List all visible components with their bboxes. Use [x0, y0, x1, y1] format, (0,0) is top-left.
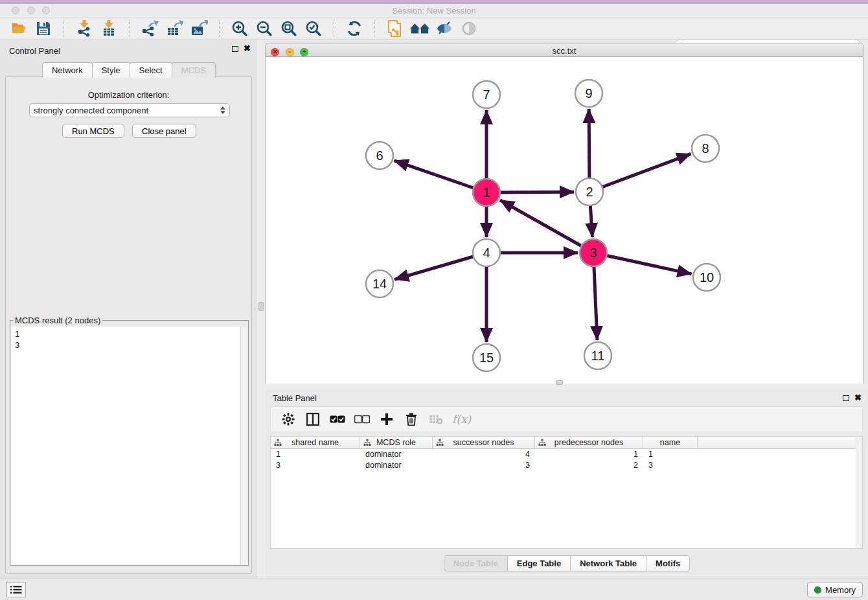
column-header-MCDS-role[interactable]: MCDS role	[360, 437, 433, 448]
network-window-titlebar[interactable]: ✕ − + scc.txt	[265, 43, 863, 57]
node-11[interactable]: 11	[584, 342, 611, 369]
column-header-shared-name[interactable]: shared name	[271, 437, 360, 448]
zoom-fit-icon[interactable]	[279, 19, 299, 38]
table-options-icon[interactable]	[279, 410, 298, 428]
clone-network-icon[interactable]	[385, 19, 405, 38]
network-window-title: scc.txt	[266, 46, 863, 56]
tab-edge-table[interactable]: Edge Table	[507, 555, 571, 571]
mcds-result-textarea[interactable]: 13	[11, 327, 247, 564]
column-header-label: name	[660, 438, 680, 447]
close-panel-icon[interactable]: ✖	[244, 45, 251, 52]
vertical-splitter[interactable]	[257, 40, 265, 579]
select-all-checks-icon[interactable]	[328, 410, 347, 428]
table-row[interactable]: 3dominator323	[271, 460, 862, 471]
cell-name[interactable]: 3	[643, 461, 698, 470]
cell-shared-name[interactable]: 3	[271, 461, 360, 470]
mcds-result-scrollbar[interactable]	[240, 327, 247, 564]
node-label: 2	[586, 185, 593, 199]
network-graph[interactable]: 7968124314101511	[266, 57, 864, 384]
table-row[interactable]: 1dominator411	[271, 449, 862, 460]
table-panel-title: Table Panel	[273, 393, 317, 403]
optimization-criterion-select[interactable]: strongly connected component	[29, 103, 230, 117]
node-7[interactable]: 7	[473, 81, 500, 108]
column-header-successor-nodes[interactable]: successor nodes	[433, 437, 535, 448]
export-table-icon[interactable]	[164, 19, 185, 38]
node-2[interactable]: 2	[576, 178, 603, 205]
home-views-icon[interactable]	[409, 19, 430, 38]
close-panel-button[interactable]: Close panel	[132, 124, 196, 138]
network-view-canvas[interactable]: 7968124314101511	[265, 57, 863, 384]
apply-layout-icon[interactable]	[344, 19, 365, 38]
toolbar-separator	[374, 20, 375, 37]
node-label: 3	[589, 246, 597, 260]
cell-successor-nodes[interactable]: 4	[433, 450, 535, 459]
zoom-out-icon[interactable]	[254, 19, 275, 38]
edge-1-6[interactable]	[394, 161, 486, 192]
node-9[interactable]: 9	[575, 80, 602, 107]
cell-MCDS-role[interactable]: dominator	[360, 461, 433, 470]
function-builder-icon[interactable]: f(x)	[452, 413, 471, 426]
horizontal-splitter[interactable]	[265, 384, 868, 389]
cell-successor-nodes[interactable]: 3	[433, 461, 535, 470]
cell-shared-name[interactable]: 1	[271, 450, 360, 459]
node-15[interactable]: 15	[473, 344, 500, 371]
node-1[interactable]: 1	[473, 179, 500, 206]
table-panel-tabs: Node TableEdge TableNetwork TableMotifs	[265, 555, 868, 571]
save-session-icon[interactable]	[33, 19, 54, 38]
show-columns-icon[interactable]	[303, 410, 323, 428]
export-image-icon[interactable]	[188, 19, 209, 38]
node-label: 10	[700, 270, 714, 284]
task-history-button[interactable]	[6, 582, 26, 597]
toolbar-separator	[129, 20, 130, 37]
delete-table-icon[interactable]	[426, 410, 446, 428]
create-column-icon[interactable]	[377, 410, 396, 428]
tab-mcds[interactable]: MCDS	[172, 62, 216, 78]
main-toolbar	[0, 17, 868, 40]
mcds-result-title: MCDS result (2 nodes)	[13, 316, 102, 325]
node-4[interactable]: 4	[473, 239, 500, 266]
run-mcds-button[interactable]: Run MCDS	[62, 124, 124, 138]
zoom-in-icon[interactable]	[229, 19, 250, 38]
tab-style[interactable]: Style	[92, 62, 130, 78]
cell-predecessor-nodes[interactable]: 1	[535, 450, 643, 459]
table-scrollbar[interactable]	[856, 437, 862, 548]
node-14[interactable]: 14	[366, 270, 393, 297]
memory-button[interactable]: Memory	[807, 582, 863, 597]
tab-motifs[interactable]: Motifs	[646, 555, 690, 571]
import-table-icon[interactable]	[98, 19, 119, 38]
node-8[interactable]: 8	[692, 135, 719, 162]
tab-select[interactable]: Select	[130, 62, 172, 78]
node-table[interactable]: shared nameMCDS rolesuccessor nodesprede…	[270, 436, 863, 549]
node-6[interactable]: 6	[366, 142, 393, 169]
node-label: 6	[376, 148, 383, 163]
float-panel-icon[interactable]	[232, 46, 238, 52]
app-titlebar[interactable]: Session: New Session	[0, 4, 868, 17]
export-network-icon[interactable]	[139, 19, 160, 38]
edge-2-8[interactable]	[589, 154, 691, 192]
edge-3-1[interactable]	[500, 200, 593, 253]
hide-graphics-details-icon[interactable]	[459, 19, 479, 38]
edge-3-10[interactable]	[593, 253, 692, 274]
splitter-grip[interactable]	[258, 302, 264, 311]
node-10[interactable]: 10	[693, 264, 720, 291]
deselect-all-checks-icon[interactable]	[352, 410, 372, 428]
splitter-grip[interactable]	[556, 380, 563, 385]
column-header-predecessor-nodes[interactable]: predecessor nodes	[535, 437, 643, 448]
tab-network[interactable]: Network	[42, 62, 93, 78]
cell-predecessor-nodes[interactable]: 2	[535, 461, 643, 470]
float-panel-icon[interactable]	[843, 395, 849, 401]
tab-node-table[interactable]: Node Table	[444, 555, 508, 571]
node-3[interactable]: 3	[580, 239, 607, 266]
column-header-name[interactable]: name	[643, 437, 698, 448]
open-session-icon[interactable]	[8, 19, 29, 38]
control-panel-tabs: NetworkStyleSelectMCDS	[0, 62, 257, 78]
close-panel-icon[interactable]: ✖	[854, 395, 862, 401]
zoom-selected-icon[interactable]	[303, 19, 324, 38]
tab-network-table[interactable]: Network Table	[570, 555, 646, 571]
import-network-icon[interactable]	[74, 19, 95, 38]
show-graphics-details-icon[interactable]	[434, 19, 455, 38]
cell-MCDS-role[interactable]: dominator	[360, 450, 433, 459]
delete-column-icon[interactable]	[402, 410, 421, 428]
column-header-label: predecessor nodes	[554, 438, 623, 447]
cell-name[interactable]: 1	[643, 450, 698, 459]
